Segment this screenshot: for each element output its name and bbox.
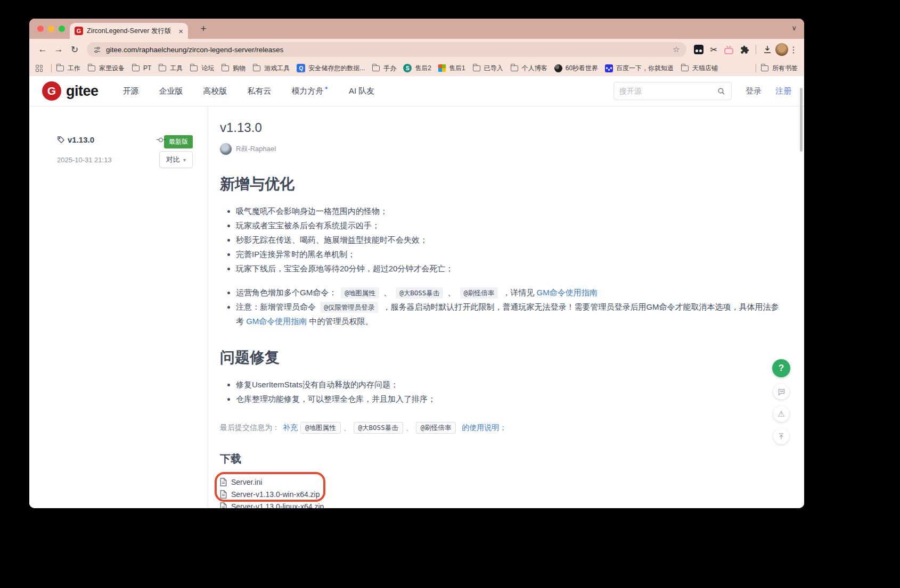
search-icon[interactable] — [717, 87, 726, 96]
latest-version-badge: 最新版 — [164, 135, 193, 148]
bookmark-item[interactable]: PT — [132, 64, 151, 72]
browser-profile-avatar[interactable] — [775, 43, 788, 56]
bookmark-item[interactable]: 个人博客 — [510, 64, 547, 73]
commit-message-link[interactable]: 的使用说明； — [462, 423, 506, 433]
gitee-nav-item[interactable]: AI 队友 — [349, 86, 374, 96]
apps-grid-icon[interactable] — [36, 65, 43, 72]
bilibili-extension-icon[interactable] — [724, 48, 733, 54]
gitee-nav-item[interactable]: 企业版 — [159, 86, 183, 96]
reload-button[interactable] — [67, 42, 83, 57]
bookmark-icon — [252, 64, 261, 72]
bookmark-item[interactable]: 售后2 — [403, 64, 431, 73]
file-link[interactable]: Server-v1.13.0-linux-x64.zip — [231, 502, 324, 509]
forward-button[interactable] — [51, 42, 67, 57]
report-warning-button[interactable]: ⚠ — [773, 406, 789, 422]
file-link[interactable]: Server-v1.13.0-win-x64.zip — [231, 490, 320, 499]
search-box[interactable] — [613, 82, 732, 100]
tab-close-icon[interactable] — [178, 27, 183, 35]
bookmark-item[interactable]: 工作 — [56, 64, 80, 73]
bookmark-icon — [56, 64, 64, 72]
gitee-nav-item[interactable]: 高校版 — [203, 86, 227, 96]
gm-command-item: 运营角色增加多个GM命令： @地图属性 、 @大BOSS暴击 、 @刷怪倍率 ，… — [236, 285, 783, 300]
login-link[interactable]: 登录 — [746, 86, 762, 96]
arrow-up-icon — [778, 433, 785, 440]
file-icon — [220, 502, 227, 509]
code-chip: @刷怪倍率 — [416, 422, 456, 434]
bookmark-item[interactable]: 已导入 — [472, 64, 503, 73]
commit-message-link[interactable]: 补充 — [283, 423, 298, 433]
release-asset-row[interactable]: Server.ini — [220, 476, 518, 488]
release-content: 最新版 v1.13.0 11b1796 — [29, 106, 804, 508]
gitee-logo[interactable]: G gitee — [42, 81, 99, 101]
bookmark-item[interactable]: 手办 — [372, 64, 396, 73]
browser-menu-icon[interactable] — [788, 45, 799, 55]
register-link[interactable]: 注册 — [775, 86, 791, 96]
bookmark-icon — [372, 64, 380, 72]
release-asset-row[interactable]: Server-v1.13.0-linux-x64.zip — [220, 500, 518, 508]
address-bar[interactable]: gitee.com/raphaelcheung/zircon-legend-se… — [87, 42, 686, 57]
bookmark-icon — [87, 64, 96, 72]
back-button[interactable] — [35, 42, 51, 57]
bookmark-item[interactable]: 家里设备 — [87, 64, 125, 73]
bookmark-star-icon[interactable] — [673, 45, 680, 54]
all-bookmarks-item[interactable]: 所有书签 — [760, 64, 798, 73]
bookmarks-divider — [756, 64, 756, 72]
gitee-nav: 开源 企业版 高校版 私有云 模力方舟 AI 队友 — [123, 86, 375, 96]
author-name-link[interactable]: R叔-Raphael — [236, 144, 276, 154]
scissors-extension-icon[interactable] — [710, 45, 717, 55]
new-tab-button[interactable] — [197, 22, 210, 35]
browser-window: G ZirconLegend-Server 发行版 gitee.com/raph… — [29, 19, 804, 508]
gm-guide-link[interactable]: GM命令使用指南 — [537, 288, 598, 297]
all-bookmarks-label: 所有书签 — [772, 64, 798, 73]
page-scrollbar[interactable] — [800, 88, 803, 152]
gitee-nav-item[interactable]: 私有云 — [248, 86, 272, 96]
bookmark-item[interactable]: 论坛 — [190, 64, 214, 73]
gitee-nav-item[interactable]: 模力方舟 — [292, 86, 329, 96]
author-avatar[interactable] — [220, 143, 232, 155]
bookmark-item[interactable]: 60秒看世界 — [554, 64, 598, 73]
close-window-button[interactable] — [37, 26, 44, 32]
chat-bubble-icon — [778, 388, 786, 396]
bookmark-item[interactable]: 售后1 — [438, 64, 465, 73]
site-settings-icon[interactable] — [93, 46, 101, 54]
tampermonkey-extension-icon[interactable] — [694, 45, 703, 54]
bookmark-icon — [190, 64, 198, 72]
version-tag-link[interactable]: v1.13.0 — [57, 135, 94, 144]
bookmark-label: 工具 — [170, 64, 183, 73]
release-note-item: 仓库整理功能修复，可以整理全仓库，并且加入了排序； — [236, 392, 783, 406]
note-text: 中的管理员权限。 — [309, 317, 373, 326]
bookmark-item[interactable]: 百度一下，你就知道 — [605, 64, 674, 73]
folder-icon — [760, 64, 769, 72]
gitee-nav-item[interactable]: 开源 — [123, 86, 139, 96]
version-label: v1.13.0 — [68, 135, 94, 144]
bookmark-item[interactable]: 游戏工具 — [252, 64, 290, 73]
back-to-top-button[interactable] — [773, 428, 789, 444]
bookmark-item[interactable]: 天猫店铺 — [681, 64, 718, 73]
file-link[interactable]: Server.ini — [231, 478, 262, 486]
gitee-favicon-icon: G — [75, 27, 83, 35]
admin-note-item: 注意：新增管理员命令 @仅限管理员登录 ，服务器启动时默认打开此限制，普通玩家无… — [236, 300, 783, 328]
release-asset-row[interactable]: Server-v1.13.0-win-x64.zip — [220, 488, 518, 500]
downloads-button[interactable] — [759, 42, 775, 57]
maximize-window-button[interactable] — [59, 26, 65, 32]
bookmark-item[interactable]: 购物 — [221, 64, 246, 73]
section-title-improvements: 新增与优化 — [220, 174, 783, 194]
feedback-chat-button[interactable] — [773, 384, 789, 400]
bookmark-item[interactable]: 工具 — [158, 64, 183, 73]
compare-button[interactable]: 对比 — [159, 151, 193, 168]
file-icon — [220, 490, 227, 499]
minimize-window-button[interactable] — [48, 26, 54, 32]
tab-search-chevron-icon[interactable] — [791, 24, 797, 32]
help-button[interactable]: ? — [772, 359, 790, 377]
last-commit-line: 最后提交信息为： 补充 @地图属性 、 @大BOSS暴击 、 @刷怪倍率 的使用… — [220, 422, 783, 434]
download-tray-icon — [763, 45, 772, 54]
commit-separator: 、 — [406, 423, 413, 433]
code-chip: @地图属性 — [341, 287, 379, 299]
bookmark-item[interactable]: 安全储存您的数据... — [297, 64, 365, 73]
extensions-puzzle-icon[interactable] — [740, 45, 749, 54]
bookmark-label: 60秒看世界 — [566, 64, 598, 73]
search-input[interactable] — [619, 87, 717, 95]
gm-guide-link[interactable]: GM命令使用指南 — [246, 317, 307, 326]
browser-tab[interactable]: G ZirconLegend-Server 发行版 — [70, 23, 188, 39]
bookmark-label: 工作 — [68, 64, 80, 73]
